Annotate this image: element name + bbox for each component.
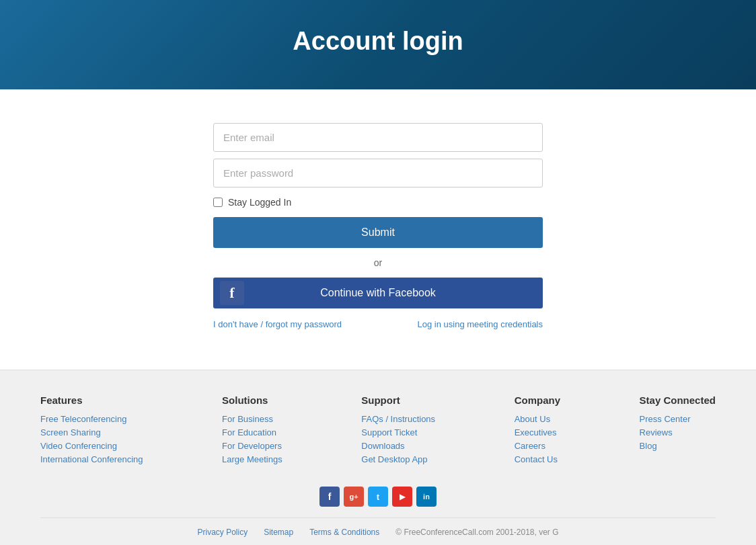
privacy-policy-link[interactable]: Privacy Policy [197,528,248,537]
footer-link-press[interactable]: Press Center [640,414,716,424]
facebook-icon-wrap: f [220,281,244,305]
footer-link-reviews[interactable]: Reviews [640,427,716,437]
form-links: I don't have / forgot my password Log in… [213,319,543,329]
footer-link-international[interactable]: International Conferencing [40,454,143,464]
footer-link-large-meetings[interactable]: Large Meetings [222,454,282,464]
footer-col-solutions: Solutions For Business For Education For… [222,394,282,468]
page-header: Account login [0,0,756,89]
footer-company-heading: Company [515,394,560,406]
footer-link-education[interactable]: For Education [222,427,282,437]
page-footer: Features Free Teleconferencing Screen Sh… [0,370,756,545]
meeting-credentials-link[interactable]: Log in using meeting credentials [418,319,543,329]
footer-link-support-ticket[interactable]: Support Ticket [361,427,435,437]
footer-solutions-heading: Solutions [222,394,282,406]
terms-link[interactable]: Terms & Conditions [309,528,379,537]
footer-social: f g+ t ▶ in [40,487,716,507]
social-googleplus-icon[interactable]: g+ [344,487,364,507]
footer-col-features: Features Free Teleconferencing Screen Sh… [40,394,143,468]
footer-link-faqs[interactable]: FAQs / Instructions [361,414,435,424]
facebook-icon: f [229,284,234,302]
footer-link-contact[interactable]: Contact Us [515,454,560,464]
stay-logged-in-row: Stay Logged In [213,197,543,208]
footer-link-teleconferencing[interactable]: Free Teleconferencing [40,414,143,424]
footer-link-video-conferencing[interactable]: Video Conferencing [40,441,143,451]
footer-link-blog[interactable]: Blog [640,441,716,451]
footer-columns: Features Free Teleconferencing Screen Sh… [40,394,716,468]
page-title: Account login [13,27,743,56]
submit-button[interactable]: Submit [213,217,543,248]
footer-bottom: Privacy Policy Sitemap Terms & Condition… [40,517,716,537]
footer-link-developers[interactable]: For Developers [222,441,282,451]
footer-link-screen-sharing[interactable]: Screen Sharing [40,427,143,437]
footer-link-downloads[interactable]: Downloads [361,441,435,451]
social-facebook-icon[interactable]: f [319,487,340,507]
sitemap-link[interactable]: Sitemap [264,528,293,537]
footer-col-company: Company About Us Executives Careers Cont… [515,394,560,468]
footer-link-business[interactable]: For Business [222,414,282,424]
footer-support-heading: Support [361,394,435,406]
or-divider: or [213,257,543,268]
footer-col-connected: Stay Connected Press Center Reviews Blog [640,394,716,468]
forgot-password-link[interactable]: I don't have / forgot my password [213,319,342,329]
login-form: Stay Logged In Submit or f Continue with… [213,123,543,329]
copyright-text: © FreeConferenceCall.com 2001-2018, ver … [395,528,558,537]
social-linkedin-icon[interactable]: in [416,487,437,507]
main-content: Stay Logged In Submit or f Continue with… [0,89,756,370]
footer-link-careers[interactable]: Careers [515,441,560,451]
footer-features-heading: Features [40,394,143,406]
footer-link-about[interactable]: About Us [515,414,560,424]
social-twitter-icon[interactable]: t [368,487,388,507]
social-youtube-icon[interactable]: ▶ [392,487,412,507]
password-input[interactable] [213,159,543,187]
stay-logged-in-label: Stay Logged In [228,197,291,208]
stay-logged-in-checkbox[interactable] [213,198,223,207]
social-icons-row: f g+ t ▶ in [319,487,437,507]
footer-connected-heading: Stay Connected [640,394,716,406]
footer-link-executives[interactable]: Executives [515,427,560,437]
facebook-button[interactable]: f Continue with Facebook [213,278,543,308]
footer-col-support: Support FAQs / Instructions Support Tick… [361,394,435,468]
footer-link-desktop-app[interactable]: Get Desktop App [361,454,435,464]
facebook-button-label: Continue with Facebook [223,287,533,299]
email-input[interactable] [213,123,543,152]
